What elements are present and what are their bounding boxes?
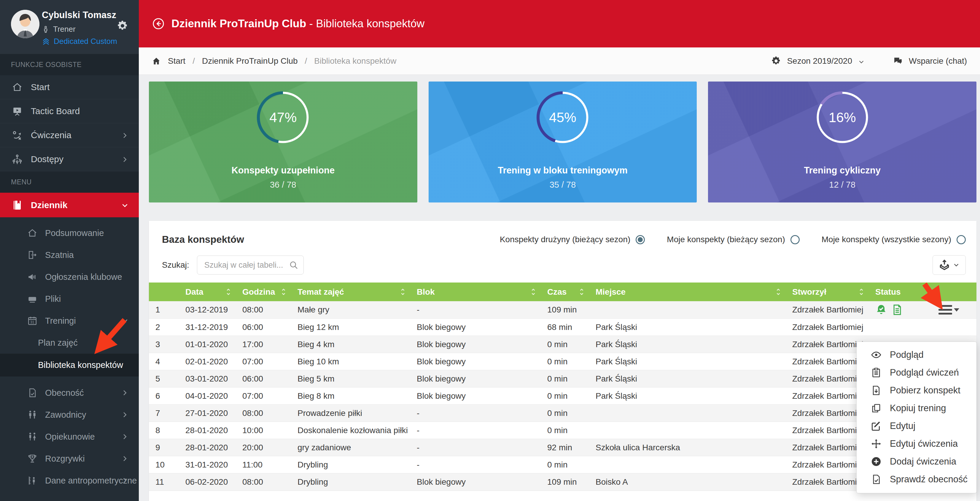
sidebar-item-plan-zajec[interactable]: Plan zajęć [0,332,139,354]
chevron-down-icon [121,201,129,209]
menu-item-podglad[interactable]: Podgląd [857,346,977,364]
chevron-right-icon [121,477,129,484]
sidebar-item-ogloszenia[interactable]: Ogłoszenia klubowe [0,266,139,288]
table-row[interactable]: 828-01-202010:00 Doskonalenie kozłowania… [149,422,977,439]
sort-icon[interactable] [225,287,232,297]
card-count: 35 / 78 [550,180,576,190]
radio-moje-konspekty-wszystkie[interactable]: Moje konspekty (wszystkie sezony) [822,235,966,244]
chat-icon[interactable] [893,56,903,66]
sidebar-item-rozgrywki[interactable]: Rozgrywki [0,448,139,469]
document-icon[interactable] [891,304,903,316]
sort-icon[interactable] [578,287,585,297]
sidebar-item-label: Dostępy [31,154,64,164]
profile-settings-gear-icon[interactable] [117,20,128,32]
menu-item-edytuj-cwiczenia[interactable]: Edytuj ćwiczenia [857,435,977,453]
sidebar-item-dostepy[interactable]: Dostępy [0,147,139,171]
menu-item-pobierz-konspekt[interactable]: Pobierz konspekt [857,382,977,400]
table-row[interactable]: 103-12-201908:00 Małe gry-109 min Zdrzał… [149,301,977,319]
menu-item-podglad-cwiczen[interactable]: Podgląd ćwiczeń [857,364,977,382]
back-icon[interactable] [152,17,165,30]
col-miejsce[interactable]: Miejsce [589,282,786,301]
chevron-right-icon [121,131,129,139]
chevron-down-icon [858,58,865,64]
user-plan[interactable]: Dedicated Custom [54,37,117,46]
sidebar-item-label: Rozgrywki [45,454,85,464]
progress-ring: 47% [255,89,311,146]
col-data[interactable]: Data [179,282,236,301]
col-godzina[interactable]: Godzina [236,282,291,301]
radio-label: Moje konspekty (wszystkie sezony) [822,235,951,244]
table-row[interactable]: 727-01-202008:00 Prowadzenie piłki-0 min… [149,405,977,422]
sidebar-item-label: Dziennik [31,200,67,210]
sidebar-item-cwiczenia[interactable]: Ćwiczenia [0,123,139,147]
menu-item-label: Pobierz konspekt [890,385,961,396]
col-blok[interactable]: Blok [410,282,541,301]
sidebar-item-dziennik[interactable]: Dziennik [0,193,139,217]
col-stworzyl[interactable]: Stworzył [786,282,869,301]
gear-icon[interactable] [771,56,781,66]
table-row[interactable]: 301-01-202017:00 Bieg 4 kmBlok biegowy0 … [149,336,977,353]
sidebar-item-obecnosc[interactable]: Obecność [0,382,139,404]
table-row[interactable]: 604-01-202007:00 Bieg 8 kmBlok biegowy0 … [149,387,977,405]
table-header-row: Data Godzina Temat zajęć Blok Czas Miejs… [149,282,977,301]
table-row[interactable]: 503-01-202006:00 Bieg 5 kmBlok biegowy0 … [149,370,977,387]
user-profile: Cybulski Tomasz Trener Dedicated Custom [0,0,139,54]
sidebar-item-opiekunowie[interactable]: Opiekunowie [0,426,139,448]
breadcrumb-dziennik[interactable]: Dziennik ProTrainUp Club [202,56,298,66]
menu-item-edytuj[interactable]: Edytuj [857,417,977,435]
sidebar-item-szatnia[interactable]: Szatnia [0,244,139,266]
radio-moje-konspekty-sezon[interactable]: Moje konspekty (bieżący sezon) [667,235,799,244]
sort-icon[interactable] [858,287,865,297]
sidebar-item-dane-antropometryczne[interactable]: Dane antropometryczne [0,469,139,491]
radio-button[interactable] [956,235,966,244]
avatar[interactable] [11,10,40,38]
export-button[interactable] [932,255,966,275]
topbar: Dziennik ProTrainUp Club - Biblioteka ko… [139,0,980,48]
sort-icon[interactable] [530,287,536,297]
door-icon [27,250,37,260]
table-row[interactable]: 928-01-202020:00 gry zadaniowe-92 min Sz… [149,439,977,456]
col-temat[interactable]: Temat zajęć [291,282,410,301]
user-name: Cybulski Tomasz [42,10,139,21]
plus-circle-icon [871,456,881,467]
sort-icon[interactable] [775,287,781,297]
menu-item-kopiuj-trening[interactable]: Kopiuj trening [857,400,977,417]
radio-button[interactable] [791,235,800,244]
card-count: 36 / 78 [270,180,296,190]
table-row[interactable]: 231-12-201906:00 Bieg 12 kmBlok biegowy6… [149,319,977,336]
drive-icon [27,294,37,304]
sidebar-item-zawodnicy[interactable]: Zawodnicy [0,404,139,426]
menu-item-dodaj-cwiczenia[interactable]: Dodaj ćwiczenia [857,453,977,471]
support-chat-link[interactable]: Wsparcie (chat) [909,56,967,66]
sidebar-item-podsumowanie[interactable]: Podsumowanie [0,222,139,244]
season-selector[interactable]: Sezon 2019/2020 [787,56,852,66]
search-icon [289,260,298,270]
chevron-right-icon [121,455,129,463]
breadcrumb-start[interactable]: Start [168,56,185,66]
sidebar-item-tactic-board[interactable]: Tactic Board [0,99,139,123]
export-icon [939,259,950,271]
sidebar-item-pliki[interactable]: Pliki [0,288,139,310]
sort-icon[interactable] [399,287,406,297]
radio-button[interactable] [636,235,645,244]
sidebar-item-biblioteka-konspektow[interactable]: Biblioteka konspektów [0,354,139,376]
search-input[interactable] [197,255,304,274]
chevron-right-icon [121,155,129,163]
home-icon[interactable] [152,57,161,65]
sidebar-item-treningi[interactable]: Treningi [0,310,139,332]
baza-konspektow-panel: Baza konspektów Konspekty drużyny (bieżą… [149,221,977,501]
table-row[interactable]: 1106-02-202008:00 DryblingBlok biegowy10… [149,473,977,491]
card-trening-cykliczny: 16% Trening cykliczny 12 / 78 [708,81,977,203]
sort-icon[interactable] [280,287,287,297]
filter-radios: Konspekty drużyny (bieżący sezon) Moje k… [500,235,966,244]
bell-check-icon[interactable] [875,304,887,316]
table-row[interactable]: 1031-01-202011:00 Drybling-0 min Zdrzałe… [149,456,977,473]
radio-konspekty-druzyny[interactable]: Konspekty drużyny (bieżący sezon) [500,235,645,244]
row-actions-menu-button[interactable] [939,305,959,314]
menu-item-sprawdz-obecnosc[interactable]: Sprawdź obecność [857,471,977,488]
col-czas[interactable]: Czas [541,282,589,301]
edit-icon [871,421,881,431]
radio-label: Konspekty drużyny (bieżący sezon) [500,235,630,244]
sidebar-item-start[interactable]: Start [0,75,139,99]
table-row[interactable]: 402-01-202007:00 Bieg 10 kmBlok biegowy0… [149,353,977,370]
